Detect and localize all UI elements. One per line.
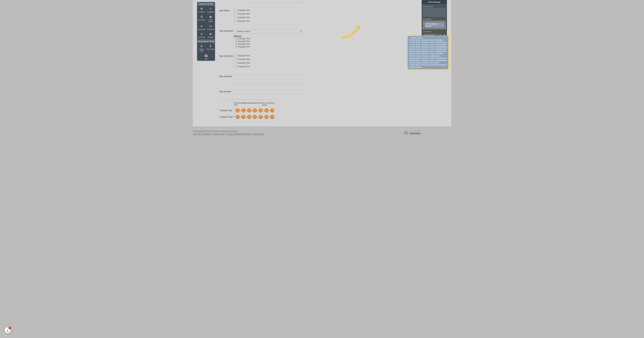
rating-point[interactable]: 4: [253, 108, 257, 112]
field-settings-title: Field Settings: [422, 0, 447, 4]
rating-point[interactable]: 1: [236, 115, 240, 119]
rating-point[interactable]: 2: [241, 115, 246, 119]
rating-scale-preview: Very Poor Poor Mediocre Adequate Good Ve…: [218, 100, 276, 121]
checkbox-option[interactable]: Example Text: [234, 65, 303, 68]
template-select[interactable]: 7 Point Scale 1 Answer ▾: [424, 22, 444, 28]
template-option[interactable]: 8 Point Scale 2 Answer (Level of Agreeme…: [409, 48, 447, 50]
rating-header: Very Good: [262, 102, 266, 106]
field-textarea[interactable]: ¶Text Area: [197, 31, 206, 39]
footer-link-participation[interactable]: Course Participation Terms: [227, 133, 251, 135]
star-icon: ★: [198, 44, 206, 48]
checkbox-option[interactable]: Example Text: [234, 54, 303, 57]
radio-option[interactable]: Example Text: [234, 20, 303, 22]
chat-widget[interactable]: g 1: [5, 328, 10, 333]
brand-name: Censeo: [409, 132, 420, 135]
checkbox-option[interactable]: Example Text: [234, 58, 303, 61]
template-dropdown-list[interactable]: -- Please Select -- 7 Point Scale 1 Answ…: [407, 36, 449, 70]
svg-point-0: [405, 131, 406, 132]
check-circle-icon: ◉: [206, 15, 215, 18]
specialised-fields-header: Specialised Fields: [197, 39, 215, 43]
rating-row: Example Text 2 1 2 3 4 5 6 7: [220, 115, 274, 119]
rating-point[interactable]: 4: [253, 115, 257, 119]
templates-setting-label: Templates: [423, 18, 446, 20]
checkbox-icon: ☑: [206, 25, 215, 28]
checkbox-label: New Checkbox: [219, 54, 234, 57]
top-placeholder-input[interactable]: [248, 0, 303, 3]
dropdown-option: Example Text: [238, 40, 303, 42]
rating-row-label: Example Text 2: [220, 116, 236, 118]
footer-link-terms[interactable]: Terms & Conditions: [193, 133, 210, 135]
field-multichoice[interactable]: ◉Multi Choice: [206, 14, 215, 24]
rating-point[interactable]: 5: [258, 108, 263, 112]
highlight-arrow-icon: [341, 21, 363, 38]
dropdown-option: Example Text: [238, 46, 303, 48]
footer-link-privacy[interactable]: Privacy policy: [212, 133, 225, 135]
footer-link-whatsnew[interactable]: What's New: [253, 133, 264, 135]
rating-point[interactable]: 3: [247, 115, 251, 119]
rating-point[interactable]: 5: [258, 115, 263, 119]
rating-row-label: Example Text: [220, 109, 236, 112]
options-heading: Options:: [234, 35, 303, 38]
text-input-icon: A: [198, 15, 206, 18]
template-option[interactable]: 8 Point Scale 3 Answer (Level of Agreeme…: [409, 50, 447, 52]
svg-point-2: [406, 133, 408, 134]
heading-icon: H: [198, 7, 206, 10]
field-date[interactable]: 📅Date: [197, 53, 215, 61]
textarea-label: New Textarea: [219, 75, 234, 78]
rating-point[interactable]: 1: [236, 108, 240, 112]
rating-point[interactable]: 7: [270, 115, 274, 119]
template-option[interactable]: 8 Point Scale 4 Answer (Level of Quality…: [409, 52, 447, 55]
dropdown-option: Example Text: [238, 43, 303, 45]
field-rating-scale[interactable]: ★Rating Scale: [197, 43, 206, 53]
template-option[interactable]: 8 Point Scale 1 Answer (Level of Satisfa…: [409, 46, 447, 48]
radio-option[interactable]: Example Text: [234, 16, 303, 19]
rating-point[interactable]: 7: [270, 108, 274, 112]
dropdown-option: Example Text: [238, 38, 303, 40]
template-option[interactable]: 7 Point Scale 3 Answer (Level of Agreeme…: [409, 44, 447, 46]
dropdown-input[interactable]: -- Please Select --▾: [234, 29, 303, 34]
field-paragraph[interactable]: ≡Paragraph: [206, 6, 215, 14]
number-input[interactable]: [234, 90, 303, 94]
svg-point-1: [404, 133, 406, 134]
field-file-upload[interactable]: ⬆File Upload: [206, 43, 215, 53]
field-heading[interactable]: HHeading: [197, 6, 206, 14]
template-option[interactable]: 5 Point Scale 1 Answer (Level of Satisfa…: [409, 59, 447, 62]
radio-icon: [234, 12, 236, 15]
template-option[interactable]: 4 Point Scale 1 Answer (Level of Satisfa…: [409, 57, 447, 59]
checkbox-option[interactable]: Example Text: [234, 62, 303, 64]
field-checkbox[interactable]: ☑Checkbox: [206, 24, 215, 31]
template-option[interactable]: 7 Point Scale 2 Answer (Level of Agreeme…: [409, 41, 447, 44]
rating-header: Good: [258, 102, 262, 106]
caret-down-square-icon: ▾: [198, 25, 206, 28]
template-select-highlight: 7 Point Scale 1 Answer ▾: [423, 21, 446, 29]
template-option[interactable]: 10 Point Scale 1 Answer (Likelihood): [409, 55, 447, 57]
template-option[interactable]: Yes/No Answer: [409, 66, 447, 68]
template-option[interactable]: 7 Point Scale 1 Answer (Level of Quality…: [409, 39, 447, 41]
radio-option[interactable]: Example Text: [234, 12, 303, 15]
field-text-input[interactable]: AText Input: [197, 14, 206, 24]
template-option[interactable]: -- Please Select --: [409, 37, 447, 39]
fields-palette: Standard Fields HHeading ≡Paragraph ATex…: [197, 2, 215, 61]
radio-label: New Radio: [219, 9, 234, 12]
pilcrow-icon: ¶: [198, 33, 206, 36]
rating-scale-setting-input[interactable]: [423, 8, 446, 17]
censeo-logo-icon: [404, 130, 408, 135]
footer: © Copyright 2023 The Censeo Learning Aca…: [193, 126, 451, 140]
field-dropdown[interactable]: ▾Drop Down: [197, 24, 206, 31]
checkbox-icon: [234, 65, 236, 68]
rating-point[interactable]: 6: [264, 115, 268, 119]
template-option[interactable]: 4 Point Scale 2 Answer (Good/ Bad ): [409, 62, 447, 64]
radio-option[interactable]: Example Text: [234, 9, 303, 12]
template-option[interactable]: 9 Point Scale 1 Answer (Level of Satisfa…: [409, 64, 447, 66]
calendar-icon: 📅: [198, 54, 215, 57]
questions-setting-label: Questions: [423, 30, 446, 32]
upload-icon: ⬆: [206, 44, 215, 48]
checkbox-icon: [234, 54, 236, 57]
radio-icon: [234, 16, 236, 19]
rating-point[interactable]: 3: [247, 108, 251, 112]
field-number[interactable]: ✹Number: [206, 31, 215, 39]
rating-point[interactable]: 2: [241, 108, 246, 112]
textarea-input[interactable]: [234, 75, 303, 84]
rating-point[interactable]: 6: [264, 108, 268, 112]
rating-row: Example Text 1 2 3 4 5 6 7: [220, 108, 274, 112]
